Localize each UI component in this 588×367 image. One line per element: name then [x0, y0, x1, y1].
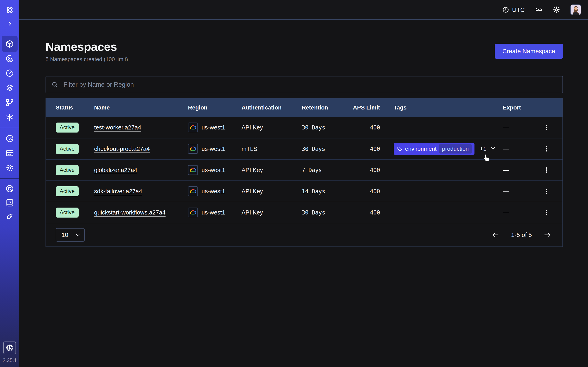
export-value: —: [503, 145, 509, 152]
sidebar-item-timer[interactable]: [0, 66, 19, 81]
namespace-link[interactable]: checkout-prod.a27a4: [94, 146, 150, 152]
region-label: us-west1: [201, 146, 225, 152]
column-header-tags: Tags: [380, 104, 503, 111]
gcp-cloud-icon: [188, 208, 198, 217]
column-header-aps-limit: APS Limit: [349, 104, 380, 111]
table-row: Activequickstart-workflows.a27a4us-west1…: [46, 202, 562, 223]
retention-value: 30 Days: [302, 124, 349, 131]
row-actions-kebab-button[interactable]: [542, 165, 552, 175]
sidebar-item-cube[interactable]: [0, 36, 19, 51]
namespace-link[interactable]: globalizer.a27a4: [94, 167, 137, 174]
sidebar-item-book-sparkles[interactable]: [0, 196, 19, 209]
status-badge: Active: [56, 208, 79, 217]
export-value: —: [503, 124, 509, 131]
cube-icon: [5, 40, 14, 48]
rocket-icon: [5, 212, 14, 221]
timezone-selector[interactable]: UTC: [502, 6, 525, 13]
sidebar-item-layers[interactable]: [0, 81, 19, 95]
row-actions-kebab-button[interactable]: [542, 208, 552, 217]
namespace-link[interactable]: test-worker.a27a4: [94, 124, 141, 131]
aps-limit-value: 400: [349, 124, 380, 131]
sidebar-divider: [0, 178, 19, 179]
column-header-retention: Retention: [302, 104, 349, 111]
region-label: us-west1: [201, 209, 225, 216]
sidebar-item-gauge[interactable]: [0, 131, 19, 146]
gear-icon: [5, 164, 14, 172]
row-actions-kebab-button[interactable]: [542, 144, 552, 154]
table-header-row: StatusNameRegionAuthenticationRetentionA…: [46, 99, 562, 117]
target-icon: [5, 54, 14, 63]
tag-icon: [397, 146, 402, 152]
sidebar-nav: [0, 28, 19, 223]
sidebar-expand-button[interactable]: [5, 19, 14, 28]
gcp-cloud-icon: [188, 165, 198, 175]
gauge-icon: [5, 134, 14, 143]
filter-input[interactable]: [45, 76, 563, 93]
namespace-link[interactable]: sdk-failover.a27a4: [94, 188, 142, 195]
retention-value: 7 Days: [302, 167, 349, 174]
sidebar-item-rocket[interactable]: [0, 209, 19, 223]
sidebar-item-gear[interactable]: [0, 160, 19, 175]
page-size-select[interactable]: 10: [56, 228, 85, 242]
table-row: Activetest-worker.a27a4us-west1API Key30…: [46, 117, 562, 138]
tags-cell: environmentproduction+1: [380, 143, 503, 155]
tag-pill[interactable]: environmentproduction: [394, 143, 475, 155]
sidebar-divider: [0, 128, 19, 128]
book-sparkles-icon: [5, 198, 14, 207]
aps-limit-value: 400: [349, 209, 380, 216]
sidebar-item-lifebuoy[interactable]: [0, 182, 19, 196]
row-actions-kebab-button[interactable]: [542, 123, 552, 132]
tag-more-count: +1: [480, 146, 486, 152]
table-row: Activecheckout-prod.a27a4us-west1mTLS30 …: [46, 138, 562, 159]
timezone-label: UTC: [512, 6, 525, 13]
retention-value: 14 Days: [302, 188, 349, 195]
status-badge: Active: [56, 144, 79, 154]
status-badge: Active: [56, 165, 79, 175]
authentication-value: API Key: [242, 124, 302, 131]
sidebar-item-asterisk[interactable]: [0, 110, 19, 125]
authentication-value: API Key: [242, 209, 302, 216]
column-header-status: Status: [56, 104, 94, 111]
filter-searchbox: [45, 76, 563, 93]
theme-toggle-button[interactable]: [553, 6, 560, 13]
temporal-logo-icon[interactable]: [4, 4, 16, 16]
aps-limit-value: 400: [349, 146, 380, 152]
credit-card-icon: [5, 149, 14, 158]
region-label: us-west1: [201, 124, 225, 131]
page-title: Namespaces: [45, 40, 128, 53]
previous-page-button[interactable]: [492, 231, 500, 239]
page-head-text: Namespaces 5 Namespaces created (100 lim…: [45, 40, 128, 63]
tags-expand-chevron[interactable]: [490, 145, 496, 153]
status-badge: Active: [56, 186, 79, 196]
table-footer: 10 1-5 of 5: [46, 223, 562, 247]
gcp-cloud-icon: [188, 186, 198, 196]
region-label: us-west1: [201, 188, 225, 195]
page-subtitle: 5 Namespaces created (100 limit): [45, 56, 128, 63]
column-header-name: Name: [94, 104, 188, 111]
sidebar: 2.35.1: [0, 0, 19, 367]
row-actions-kebab-button[interactable]: [542, 186, 552, 196]
sidebar-item-branch[interactable]: [0, 95, 19, 110]
version-label: 2.35.1: [3, 358, 17, 363]
glasses-icon: [535, 6, 543, 13]
export-value: —: [503, 209, 509, 216]
user-avatar[interactable]: [571, 4, 581, 15]
asterisk-icon: [5, 113, 14, 122]
tag-key: environment: [405, 146, 437, 152]
lifebuoy-icon: [5, 184, 14, 193]
sidebar-item-credit-card[interactable]: [0, 146, 19, 160]
export-value: —: [503, 167, 509, 174]
namespaces-table: StatusNameRegionAuthenticationRetentionA…: [45, 98, 563, 247]
next-page-button[interactable]: [543, 231, 551, 239]
table-body: Activetest-worker.a27a4us-west1API Key30…: [46, 117, 562, 223]
create-namespace-button[interactable]: Create Namespace: [495, 44, 563, 59]
column-header-region: Region: [188, 104, 242, 111]
namespace-link[interactable]: quickstart-workflows.a27a4: [94, 209, 165, 216]
pricing-button[interactable]: [3, 342, 16, 354]
labs-glasses-button[interactable]: [535, 6, 543, 13]
table-row: Activesdk-failover.a27a4us-west1API Key1…: [46, 180, 562, 202]
sidebar-item-target[interactable]: [0, 51, 19, 66]
table-row: Activeglobalizer.a27a4us-west1API Key7 D…: [46, 159, 562, 180]
topbar: UTC: [19, 0, 588, 20]
clock-icon: [502, 6, 509, 13]
